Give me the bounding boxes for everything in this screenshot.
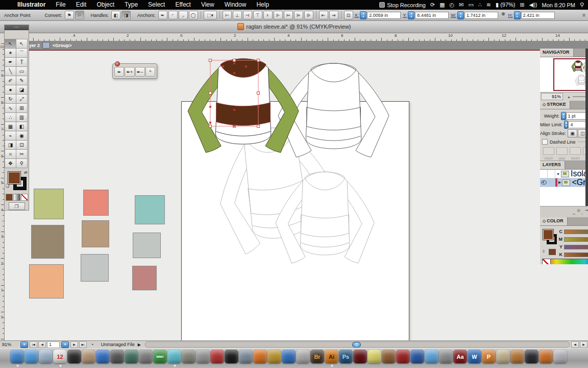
- pencil-tool[interactable]: ✎: [16, 76, 28, 85]
- artboard-number-field[interactable]: 1: [47, 341, 60, 348]
- h-field-input[interactable]: 2.421 in: [521, 12, 555, 19]
- dock-icon-bridge[interactable]: Br: [310, 350, 324, 363]
- panel-arrow-icon[interactable]: ⇥: [584, 208, 588, 213]
- w-field-stepper[interactable]: ▲▼: [457, 11, 464, 19]
- rotate-tool[interactable]: ↻: [5, 94, 16, 104]
- x-field-stepper[interactable]: ▲▼: [360, 11, 366, 19]
- horizontal-scrollbar[interactable]: [145, 341, 570, 348]
- sync-icon[interactable]: ⟳: [430, 2, 435, 8]
- scrollbar-thumb[interactable]: [352, 342, 361, 348]
- live-paint-bucket-tool[interactable]: ◨: [5, 140, 16, 150]
- dock-icon-stickies[interactable]: [368, 350, 381, 363]
- spaces-icon[interactable]: ⊞: [520, 2, 525, 8]
- menu-item-effect[interactable]: Effect: [170, 0, 195, 10]
- menu-item-object[interactable]: Object: [91, 0, 119, 10]
- align-button-4[interactable]: ⊦: [263, 11, 273, 19]
- navigator-zoom-field[interactable]: 91%: [541, 93, 563, 100]
- handles-button-1[interactable]: ◨: [121, 11, 131, 19]
- lock-cell[interactable]: [548, 170, 555, 178]
- dock-icon-photo-booth[interactable]: [525, 350, 538, 363]
- link-dimensions-icon[interactable]: ⊗: [501, 11, 505, 19]
- none-swatch[interactable]: [542, 259, 551, 264]
- color-button[interactable]: [6, 194, 13, 201]
- hand-tool[interactable]: ✥: [5, 158, 16, 168]
- channel-bar-C[interactable]: [564, 229, 588, 234]
- dock-icon-ichat[interactable]: [425, 350, 438, 363]
- menu-item-window[interactable]: Window: [219, 0, 252, 10]
- align-button-2[interactable]: ⊣: [243, 11, 252, 19]
- gamut-color-swatch[interactable]: [549, 249, 556, 255]
- fill-swatch[interactable]: [543, 229, 554, 240]
- grid-icon[interactable]: ▦: [439, 2, 445, 8]
- dock-icon-word[interactable]: W: [468, 350, 481, 363]
- menu-item-edit[interactable]: Edit: [71, 0, 92, 10]
- zoom-tool[interactable]: ⚲: [16, 158, 28, 168]
- handles-button-0[interactable]: ◧: [111, 11, 120, 19]
- y-field-input[interactable]: 8.4481 in: [415, 12, 449, 19]
- align-button-5[interactable]: ⊩: [274, 11, 283, 19]
- y-field-stepper[interactable]: ▲▼: [408, 11, 414, 19]
- gradient-button[interactable]: [13, 194, 20, 201]
- tab-navigator[interactable]: NAVIGATOR: [540, 49, 574, 57]
- dock-icon-orange-utility[interactable]: [539, 350, 553, 363]
- dock-icon-pineapple-app[interactable]: [267, 350, 281, 363]
- dock-icon-notes-folder[interactable]: [167, 350, 181, 363]
- default-fill-stroke-icon[interactable]: ❏: [6, 183, 9, 188]
- anchor-button-3[interactable]: ◯: [189, 11, 198, 19]
- file-status[interactable]: Unmanaged File: [101, 342, 135, 347]
- dock-icon-screenshot-app[interactable]: [239, 350, 253, 363]
- swatch-gray-right[interactable]: [133, 233, 161, 258]
- line-tool[interactable]: ╲: [5, 66, 16, 76]
- dock-icon-dashboard[interactable]: [67, 350, 81, 363]
- visibility-cell[interactable]: [540, 170, 548, 178]
- dock-icon-itunes[interactable]: [96, 350, 110, 363]
- w-field-input[interactable]: 1.7412 in: [464, 12, 498, 19]
- dock-icon-quicktime[interactable]: [282, 350, 296, 363]
- channel-bar-Y[interactable]: [564, 245, 588, 249]
- direct-selection-tool[interactable]: ↖: [16, 39, 28, 49]
- free-transform-tool[interactable]: ⊞: [16, 103, 28, 113]
- align-button-7[interactable]: ⊫: [294, 11, 303, 19]
- tab-layers[interactable]: LAYERS: [540, 161, 565, 169]
- h-field-stepper[interactable]: ▲▼: [514, 11, 521, 19]
- live-paint-selection-tool[interactable]: ⊡: [16, 140, 28, 150]
- pen-tool[interactable]: ✒: [5, 57, 16, 67]
- type-tool[interactable]: T: [16, 57, 28, 67]
- align-button-3[interactable]: ⊤: [253, 11, 262, 19]
- align-stroke-button-0[interactable]: ▣: [568, 129, 577, 137]
- isolation-mode-bar[interactable]: yer 2 <Group>: [0, 41, 588, 50]
- pen-tearoff-palette[interactable]: ✒✒+✒−^: [112, 63, 157, 79]
- tools-panel-grip[interactable]: •••: [5, 25, 29, 30]
- bluetooth-icon[interactable]: ∴: [478, 2, 482, 8]
- eraser-tool[interactable]: ◪: [16, 85, 28, 95]
- blob-brush-tool[interactable]: ●: [5, 85, 16, 95]
- scroll-right-button[interactable]: ▶: [580, 341, 587, 348]
- convert-button-0[interactable]: ⚑: [65, 11, 74, 19]
- layer-row-isolation[interactable]: ▼ Isolation: [540, 170, 588, 178]
- wifi-icon[interactable]: ≋: [486, 2, 491, 8]
- stop-recording-button[interactable]: Stop Recording: [379, 2, 426, 8]
- next-artboard-button[interactable]: ▶: [70, 341, 78, 348]
- dock-icon-dvd-player[interactable]: [410, 350, 424, 363]
- gradient-tool[interactable]: ◧: [16, 122, 28, 131]
- zoom-out-icon[interactable]: ▲: [567, 95, 571, 99]
- menu-item-view[interactable]: View: [196, 0, 219, 10]
- horizontal-ruler[interactable]: 64202468101214: [0, 33, 588, 41]
- menu-item-type[interactable]: Type: [119, 0, 143, 10]
- status-arrow-icon[interactable]: ▶: [138, 342, 141, 347]
- none-button[interactable]: [21, 194, 28, 201]
- dock-icon-texture-app[interactable]: [182, 350, 195, 363]
- dock-icon-fox-app[interactable]: [510, 350, 524, 363]
- display-icon[interactable]: ▭: [468, 2, 473, 8]
- symbol-sprayer-tool[interactable]: ∴: [5, 112, 16, 122]
- warp-tool[interactable]: ∿: [5, 103, 16, 113]
- weight-field[interactable]: 1 pt: [566, 112, 588, 120]
- dash-input-1[interactable]: [556, 147, 568, 155]
- dash-input-2[interactable]: [570, 147, 581, 155]
- distribute-button-1[interactable]: ⇥: [329, 11, 338, 19]
- time-machine-icon[interactable]: ◴: [450, 2, 455, 8]
- dashed-line-checkbox[interactable]: [542, 139, 548, 145]
- fill-stroke-control[interactable]: ⇄ ❏: [5, 170, 29, 193]
- last-artboard-button[interactable]: ▶|: [79, 341, 87, 348]
- miter-stepper[interactable]: ▲▼: [564, 121, 568, 129]
